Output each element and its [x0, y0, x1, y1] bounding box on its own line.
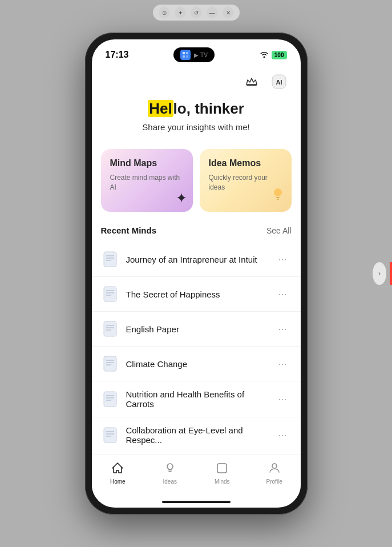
ideas-nav-label: Ideas — [163, 478, 177, 485]
recent-minds-list: Journey of an Intrapreneur at Intuit ···… — [92, 242, 301, 453]
list-item[interactable]: Journey of an Intrapreneur at Intuit ··· — [92, 242, 301, 277]
svg-point-7 — [274, 188, 282, 196]
wifi-icon — [260, 50, 269, 59]
svg-rect-0 — [183, 52, 185, 54]
list-item-more-button[interactable]: ··· — [273, 251, 291, 268]
greeting-highlight: Hel — [148, 100, 173, 117]
home-indicator-bar — [162, 501, 231, 503]
list-item-title: Climate Change — [126, 359, 267, 369]
window-btn-2[interactable]: ✦ — [175, 7, 186, 18]
list-item-more-button[interactable]: ··· — [273, 356, 291, 372]
svg-rect-1 — [186, 52, 188, 54]
see-all-button[interactable]: See All — [266, 226, 292, 235]
crown-icon-button[interactable] — [241, 71, 262, 92]
list-item[interactable]: Climate Change ··· — [92, 347, 301, 381]
window-btn-1[interactable]: ⊙ — [159, 7, 170, 18]
nav-item-home[interactable]: Home — [92, 460, 144, 485]
phone-screen: 17:13 ▶ TV — [92, 39, 301, 508]
list-item-title: Collaboration at Eye-Level and Respec... — [126, 425, 267, 445]
svg-rect-26 — [104, 392, 116, 407]
svg-rect-9 — [277, 199, 279, 200]
list-item[interactable]: English Paper ··· — [92, 312, 301, 347]
minds-icon — [214, 460, 230, 476]
window-btn-3[interactable]: ↺ — [191, 7, 202, 18]
mind-maps-card-icon: ✦ — [176, 190, 187, 206]
svg-point-34 — [167, 464, 173, 469]
status-right-icons: 100 — [260, 50, 287, 59]
greeting-section: Hello, thinker Share your insights with … — [92, 94, 301, 149]
svg-text:AI: AI — [276, 79, 282, 86]
ideas-icon — [162, 460, 178, 476]
home-icon — [110, 460, 126, 476]
status-bar: 17:13 ▶ TV — [92, 39, 301, 67]
mind-maps-card[interactable]: Mind Maps Create mind maps with AI ✦ — [101, 149, 193, 212]
greeting-subtitle: Share your insights with me! — [103, 122, 289, 132]
profile-icon — [266, 460, 282, 476]
nav-item-minds[interactable]: Minds — [196, 460, 249, 485]
home-indicator — [92, 496, 301, 508]
window-controls-bar: ⊙ ✦ ↺ — ✕ — [153, 5, 240, 21]
svg-rect-18 — [104, 321, 116, 336]
ai-icon-button[interactable]: AI — [269, 71, 289, 92]
svg-rect-10 — [104, 252, 116, 267]
svg-rect-4 — [246, 85, 257, 86]
nav-item-profile[interactable]: Profile — [248, 460, 301, 485]
list-item-title: English Paper — [126, 324, 267, 334]
idea-memos-card[interactable]: Idea Memos Quickly record your ideas — [200, 149, 292, 212]
status-time: 17:13 — [106, 50, 129, 60]
idea-memos-card-icon — [270, 187, 286, 206]
doc-icon-5 — [101, 390, 119, 408]
apple-tv-label: ▶ TV — [194, 52, 207, 58]
doc-icon-3 — [101, 320, 119, 338]
main-content: AI Hello, thinker Share your insights wi… — [92, 67, 301, 454]
idea-memos-card-title: Idea Memos — [209, 158, 282, 168]
red-accent-bar — [390, 262, 392, 285]
list-item-more-button[interactable]: ··· — [273, 286, 291, 303]
doc-icon-6 — [101, 426, 119, 444]
list-item-more-button[interactable]: ··· — [273, 427, 291, 444]
greeting-rest: lo, thinker — [173, 100, 244, 117]
svg-rect-14 — [104, 287, 116, 301]
phone-frame: 17:13 ▶ TV — [85, 33, 308, 514]
sidebar-expand-arrow[interactable]: › — [373, 262, 386, 285]
dynamic-island: ▶ TV — [173, 47, 214, 62]
doc-icon-4 — [101, 355, 119, 373]
nav-item-ideas[interactable]: Ideas — [144, 460, 196, 485]
greeting-title: Hello, thinker — [103, 100, 289, 118]
battery-indicator: 100 — [272, 51, 287, 59]
home-nav-label: Home — [110, 478, 126, 485]
svg-point-38 — [272, 464, 277, 468]
list-item[interactable]: Nutrition and Health Benefits of Carrots… — [92, 381, 301, 417]
mind-maps-card-title: Mind Maps — [110, 158, 184, 168]
profile-nav-label: Profile — [266, 478, 282, 485]
dynamic-island-app-icon — [180, 50, 191, 60]
list-item-more-button[interactable]: ··· — [273, 391, 291, 408]
list-item[interactable]: The Secret of Happiness ··· — [92, 277, 301, 312]
recent-minds-header: Recent Minds See All — [92, 226, 301, 242]
window-close-button[interactable]: ✕ — [223, 7, 234, 18]
list-item-more-button[interactable]: ··· — [273, 321, 291, 337]
cards-section: Mind Maps Create mind maps with AI ✦ Ide… — [92, 149, 301, 226]
svg-rect-22 — [104, 356, 116, 371]
minds-nav-label: Minds — [215, 478, 230, 485]
doc-icon-1 — [101, 250, 119, 268]
window-minimize-button[interactable]: — — [207, 7, 218, 18]
svg-rect-30 — [104, 428, 116, 443]
list-item-title: Nutrition and Health Benefits of Carrots — [126, 389, 267, 409]
doc-icon-2 — [101, 285, 119, 303]
list-item-title: Journey of an Intrapreneur at Intuit — [126, 255, 267, 264]
list-item[interactable]: Collaboration at Eye-Level and Respec...… — [92, 417, 301, 453]
recent-minds-title: Recent Minds — [101, 226, 157, 235]
svg-rect-3 — [186, 55, 188, 58]
top-icons-row: AI — [92, 67, 301, 94]
svg-rect-8 — [276, 197, 280, 198]
svg-rect-37 — [217, 464, 227, 473]
bottom-navigation: Home Ideas Minds — [92, 454, 301, 496]
mind-maps-card-subtitle: Create mind maps with AI — [110, 173, 184, 192]
list-item-title: The Secret of Happiness — [126, 289, 267, 299]
svg-rect-2 — [183, 55, 185, 58]
